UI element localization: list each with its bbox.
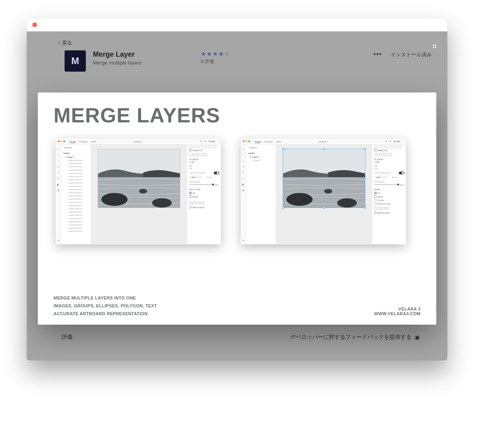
svg-text:✎ splash22.94x19.3: ✎ splash22.94x19.3 — [67, 179, 82, 181]
svg-point-9 — [200, 140, 202, 142]
svg-text:✎ splash22.94x19.3: ✎ splash22.94x19.3 — [67, 163, 82, 164]
svg-rect-120 — [246, 144, 276, 244]
svg-text:✎: ✎ — [243, 166, 245, 168]
svg-point-129 — [286, 193, 313, 206]
more-options-icon[interactable]: ••• — [373, 50, 382, 59]
svg-text:Layers: Layers — [248, 152, 255, 154]
svg-text:Background Blur: Background Blur — [378, 203, 391, 205]
svg-rect-82 — [189, 184, 213, 185]
svg-text:Mark for Export: Mark for Export — [378, 212, 390, 214]
svg-text:Manual: Manual — [392, 176, 397, 178]
svg-point-165 — [397, 184, 399, 186]
svg-text:T: T — [243, 172, 244, 174]
svg-text:Mark for Export: Mark for Export — [193, 207, 205, 209]
svg-rect-136 — [364, 177, 366, 179]
svg-text:✎ splash22.94x19.3: ✎ splash22.94x19.3 — [67, 208, 82, 210]
svg-text:xd-demo *: xd-demo * — [133, 140, 143, 143]
svg-text:○: ○ — [57, 154, 59, 156]
svg-text:Normal: Normal — [374, 188, 380, 190]
svg-text:⊞: ⊞ — [57, 239, 59, 242]
speech-bubble-icon: ▣ — [415, 334, 420, 340]
svg-text:▢: ▢ — [57, 177, 59, 180]
svg-text:‹  All Items: ‹ All Items — [248, 146, 257, 149]
svg-text:✎ splash22.94x19.3: ✎ splash22.94x19.3 — [67, 195, 82, 197]
svg-point-159 — [402, 172, 404, 174]
svg-text:W 1165.68: W 1165.68 — [189, 159, 198, 161]
svg-text:✎ splash22.94x19.3: ✎ splash22.94x19.3 — [67, 230, 82, 232]
chevron-left-icon: ‹ — [58, 40, 60, 46]
svg-rect-132 — [282, 148, 284, 150]
svg-point-10 — [204, 140, 206, 142]
close-icon[interactable]: × — [432, 41, 437, 52]
svg-text:Layers: Layers — [63, 152, 70, 154]
svg-text:✎ splash22.94x19.3: ✎ splash22.94x19.3 — [67, 205, 82, 207]
svg-text:H 786: H 786 — [374, 161, 380, 163]
svg-text:▸ Image 9: ▸ Image 9 — [65, 156, 74, 158]
svg-text:H 786: H 786 — [189, 161, 195, 163]
svg-text:✎ splash22.94x19.3: ✎ splash22.94x19.3 — [67, 159, 82, 161]
lightbox-title: MERGE LAYERS — [54, 103, 421, 127]
svg-point-131 — [337, 198, 357, 208]
svg-text:✎ splash22.94x19.3: ✎ splash22.94x19.3 — [67, 198, 82, 200]
svg-text:X 0: X 0 — [374, 165, 377, 167]
svg-text:Share: Share — [91, 140, 96, 143]
svg-text:✎ splash22.94x19.3: ✎ splash22.94x19.3 — [67, 214, 82, 216]
svg-text:✎ splash22.94x19.3: ✎ splash22.94x19.3 — [67, 227, 82, 229]
svg-text:‹  All Items: ‹ All Items — [63, 146, 72, 149]
titlebar — [27, 18, 447, 31]
plugin-subtitle: Merge multiple layers — [93, 60, 142, 66]
svg-text:／: ／ — [242, 160, 245, 163]
plugin-title: Merge Layer — [93, 50, 142, 59]
svg-text:⊞: ⊞ — [243, 239, 245, 242]
svg-point-3 — [61, 140, 63, 142]
svg-text:✎: ✎ — [57, 166, 59, 168]
svg-text:81.9%: 81.9% — [395, 140, 401, 143]
svg-text:APPEARANCE: APPEARANCE — [374, 181, 385, 183]
svg-point-2 — [58, 140, 60, 142]
svg-rect-137 — [282, 207, 284, 209]
traffic-close-icon[interactable] — [32, 22, 37, 27]
svg-text:Border: Border — [378, 196, 383, 198]
svg-text:T: T — [57, 172, 59, 174]
screenshot-before: DesignPrototypeSharexd-demo *81.9%▭○／✎T▢… — [56, 138, 221, 244]
svg-point-100 — [248, 140, 250, 142]
svg-text:◧: ◧ — [242, 183, 245, 186]
svg-text:Y 0: Y 0 — [189, 168, 192, 170]
svg-point-83 — [212, 184, 214, 186]
plugin-app-icon: M — [65, 50, 86, 72]
svg-rect-135 — [282, 177, 284, 179]
svg-text:xd-demo *: xd-demo * — [319, 140, 328, 143]
svg-text:W 1165.68: W 1165.68 — [374, 159, 383, 161]
svg-point-98 — [243, 140, 245, 142]
svg-point-55 — [101, 193, 128, 206]
svg-text:▭: ▭ — [242, 148, 245, 150]
svg-point-99 — [246, 140, 248, 142]
svg-text:Pass Through: Pass Through — [189, 188, 200, 190]
svg-text:Fill: Fill — [193, 192, 195, 194]
svg-text:Repeat Grid: Repeat Grid — [193, 150, 202, 152]
svg-text:100%: 100% — [214, 184, 219, 186]
lightbox-credit-site: WWW.VELARA3.COM — [374, 311, 421, 316]
svg-text:Design: Design — [255, 140, 261, 143]
svg-text:✎ splash22.94x19.3: ✎ splash22.94x19.3 — [67, 218, 82, 220]
install-status: インストール済み — [391, 51, 432, 58]
back-button[interactable]: ‹ 戻る — [58, 39, 72, 46]
svg-text:Fill: Fill — [378, 192, 380, 194]
svg-point-77 — [217, 172, 219, 174]
svg-rect-168 — [374, 192, 376, 194]
svg-text:▭: ▭ — [57, 148, 59, 150]
svg-text:✎ splash22.94x19.3: ✎ splash22.94x19.3 — [67, 172, 82, 174]
lightbox-credit-name: VELARA 3 — [374, 307, 421, 311]
svg-text:✎ splash22.94x19.3: ✎ splash22.94x19.3 — [67, 224, 82, 226]
svg-text:Prototype: Prototype — [79, 140, 88, 143]
svg-text:◧: ◧ — [57, 183, 59, 186]
svg-rect-139 — [364, 207, 366, 209]
screenshot-after: DesignPrototypeSharexd-demo *81.9%▭○／✎T▢… — [241, 138, 406, 244]
svg-text:100%: 100% — [399, 184, 404, 186]
svg-text:RESPONSIVE RESIZE: RESPONSIVE RESIZE — [189, 172, 206, 174]
svg-text:Prototype: Prototype — [264, 140, 273, 143]
svg-text:Share: Share — [276, 140, 282, 143]
svg-text:RESPONSIVE RESIZE: RESPONSIVE RESIZE — [374, 172, 391, 174]
svg-text:Design: Design — [70, 140, 76, 143]
developer-feedback-link[interactable]: デベロッパーに対するフィードバックを提供する ▣ — [290, 334, 420, 341]
